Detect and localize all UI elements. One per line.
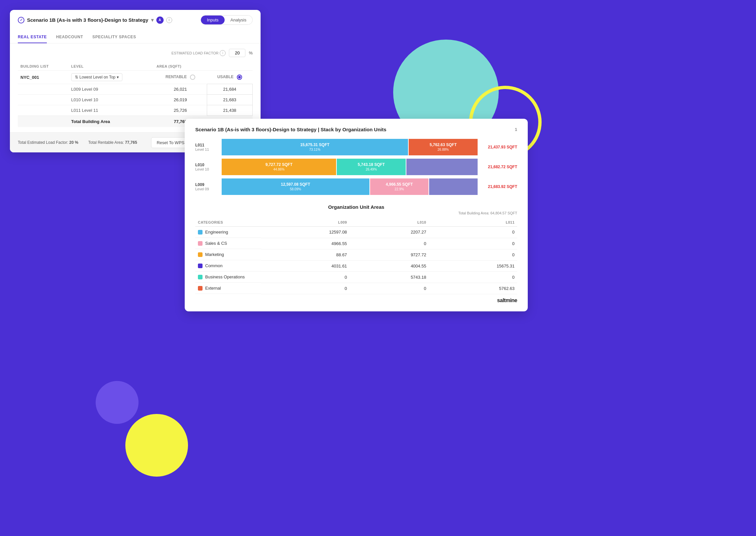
stack-bars-l009: 12,597.08 SQFT 58.09% 4,966.55 SQFT 22.9… [222,179,477,195]
info-icon[interactable]: i [166,17,172,23]
stack-row-l011: L011 Level 11 15,675.31 SQFT 73.11% 5,76… [195,139,517,155]
org-row-common: Common 4031.61 4004.55 15675.31 [195,260,517,271]
bar-biz-ops-l010: 5,743.18 SQFT 26.49% [337,159,405,175]
decorative-circle-yellow-small [125,414,188,477]
avatar: A [156,17,164,24]
load-factor-info-icon[interactable]: i [220,50,226,56]
usable-radio[interactable] [237,75,242,80]
stack-chart: L011 Level 11 15,675.31 SQFT 73.11% 5,76… [195,139,517,195]
sales-dot [198,241,203,246]
load-factor-footer: Total Estimated Load Factor: 20 % [18,140,78,145]
bar-marketing-l010: 9,727.72 SQFT 44.86% [222,159,336,175]
org-row-marketing: Marketing 88.67 9727.72 0 [195,249,517,260]
col-l010: L010 [350,218,429,227]
footer-info: Total Estimated Load Factor: 20 % Total … [18,140,137,145]
building-table: Building List LEVEL AREA (SQFT) NYC_001 … [18,62,253,127]
org-section: Organization Unit Areas Total Building A… [195,204,517,303]
building-list-col-header: Building List [18,62,69,71]
stack-row-l009: L009 Level 09 12,597.08 SQFT 58.09% 4,96… [195,179,517,195]
rentable-radio[interactable] [190,75,195,80]
building-id[interactable]: NYC_001 [18,71,69,84]
stack-total-l009: 21,683.92 SQFT [477,184,517,189]
tab-speciality-spaces[interactable]: SPECIALITY SPACES [92,31,136,43]
tab-real-estate[interactable]: REAL ESTATE [18,31,47,43]
right-panel-title: Scenario 1B (As-is with 3 floors)-Design… [195,127,517,132]
scenario-bar: ✓ Scenario 1B (As-is with 3 floors)-Desi… [18,15,253,29]
area-col-header: AREA (SQFT) [154,62,253,71]
bar-engineering-l011: 15,675.31 SQFT 73.11% [222,139,408,155]
chevron-down-icon[interactable]: ▾ [151,17,154,23]
org-table: CATEGORIES L009 L010 L011 Engineering 12… [195,218,517,294]
stack-label-l009: L009 Level 09 [195,183,222,191]
engineering-dot [198,230,203,235]
tab-headcount[interactable]: HEADCOUNT [56,31,83,43]
external-dot [198,286,203,290]
stack-label-l010: L010 Level 10 [195,163,222,171]
common-dot [198,264,203,268]
table-row: L009 Level 09 26,021 21,684 [18,84,253,95]
sort-button[interactable]: ⇅ Lowest Level on Top ▾ [71,73,122,81]
scenario-title: ✓ Scenario 1B (As-is with 3 floors)-Desi… [18,17,172,24]
org-subtitle: Total Building Area: 64,804.57 SQFT [195,211,517,215]
inputs-tab[interactable]: Inputs [201,16,224,24]
org-title: Organization Unit Areas [195,204,517,210]
sort-icon: ⇅ [75,75,78,80]
panel-header: ✓ Scenario 1B (As-is with 3 floors)-Desi… [10,10,261,44]
stack-total-l010: 21,682.72 SQFT [477,165,517,169]
stack-row-l010: L010 Level 10 9,727.72 SQFT 44.86% 5,743… [195,159,517,175]
table-row: L011 Level 11 25,726 21,438 [18,105,253,116]
estimated-load-factor-row: ESTIMATED LOAD FACTOR i % [18,49,253,57]
org-row-bizops: Business Operations 0 5743.18 0 [195,271,517,283]
bar-engineering-l009: 12,597.08 SQFT 58.09% [222,179,370,195]
stack-bars-l010: 9,727.72 SQFT 44.86% 5,743.18 SQFT 26.49… [222,159,477,175]
marketing-dot [198,252,203,257]
saltmine-branding: saltmine [195,297,517,303]
org-row-engineering: Engineering 12597.08 2207.27 0 [195,227,517,238]
stack-total-l011: 21,437.93 SQFT [477,145,517,150]
stack-bars-l011: 15,675.31 SQFT 73.11% 5,762.63 SQFT 26.8… [222,139,477,155]
bar-common-l010 [406,159,477,175]
org-row-external: External 0 0 5762.63 [195,283,517,294]
right-panel: Scenario 1B (As-is with 3 floors)-Design… [185,119,528,311]
col-categories: CATEGORIES [195,218,261,227]
bizops-dot [198,275,203,279]
page-number: 1 [515,127,517,132]
tab-switcher: Inputs Analysis [201,15,253,25]
bar-common-l009 [429,179,477,195]
percent-sign: % [249,50,253,55]
level-col-header: LEVEL [69,62,154,71]
bar-external-l011: 5,762.63 SQFT 26.88% [409,139,477,155]
load-factor-input[interactable] [229,49,246,57]
table-row: L010 Level 10 26,019 21,683 [18,95,253,105]
analysis-tab[interactable]: Analysis [225,16,252,24]
col-l011: L011 [429,218,517,227]
bar-sales-l009: 4,966.55 SQFT 22.9% [370,179,429,195]
col-l009: L009 [261,218,350,227]
stack-label-l011: L011 Level 11 [195,143,222,151]
rentable-area-footer: Total Rentable Area: 77,765 [88,140,137,145]
decorative-circle-blue [96,381,139,424]
scenario-name: Scenario 1B (As-is with 3 floors)-Design… [27,17,148,23]
nav-tabs: REAL ESTATE HEADCOUNT SPECIALITY SPACES [18,31,253,43]
org-row-sales: Sales & CS 4966.55 0 0 [195,238,517,249]
check-icon: ✓ [18,17,24,23]
chevron-sort-icon: ▾ [117,75,119,80]
estimated-load-factor-label: ESTIMATED LOAD FACTOR i [172,50,226,56]
